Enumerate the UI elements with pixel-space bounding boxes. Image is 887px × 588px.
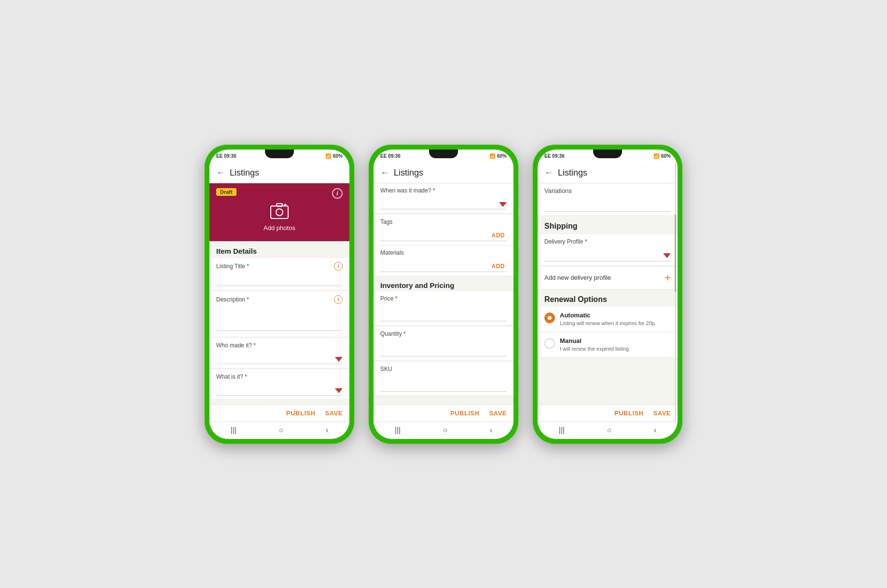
notch-3: [593, 150, 622, 158]
renewal-option-automatic[interactable]: Automatic Listing will renew when it exp…: [538, 307, 678, 332]
variations-label: Variations: [544, 187, 671, 194]
who-made-it-arrow: [335, 357, 343, 362]
notch-2: [429, 150, 458, 158]
tags-add-button[interactable]: ADD: [490, 232, 507, 239]
quantity-input[interactable]: [380, 339, 507, 356]
nav-recents-2[interactable]: |||: [395, 426, 401, 435]
scroll-content-3: Variations Shipping Delivery Profile * A…: [538, 183, 678, 404]
carrier-1: EE 09:36: [216, 153, 236, 159]
battery-row-2: 📶 60%: [489, 153, 507, 159]
shipping-header: Shipping: [538, 216, 678, 233]
phone-1: EE 09:36 📶 60% ← Listings Draft i: [205, 145, 354, 444]
hero-section: Draft i Add photos: [209, 183, 349, 241]
publish-button-2[interactable]: PUBLISH: [450, 410, 480, 417]
nav-home-3[interactable]: ○: [607, 426, 612, 435]
battery-row-3: 📶 60%: [653, 153, 671, 159]
save-button-1[interactable]: SAVE: [325, 410, 343, 417]
radio-manual[interactable]: [544, 338, 555, 349]
price-label: Price *: [380, 295, 397, 302]
materials-label: Materials: [380, 249, 507, 256]
who-made-it-dropdown[interactable]: [216, 351, 343, 364]
automatic-title: Automatic: [560, 312, 655, 319]
nav-recents-3[interactable]: |||: [559, 426, 565, 435]
what-is-it-field: What is it? *: [209, 369, 349, 400]
inventory-section-header: Inventory and Pricing: [374, 276, 513, 291]
materials-input-row: ADD: [380, 258, 507, 272]
who-made-it-field: Who made it? *: [209, 338, 349, 369]
hero-info-button[interactable]: i: [332, 188, 343, 199]
variations-section: Variations: [538, 183, 678, 216]
bottom-bar-2: PUBLISH SAVE: [374, 404, 513, 422]
svg-rect-0: [271, 206, 288, 219]
nav-recents-1[interactable]: |||: [231, 426, 236, 435]
delivery-profile-arrow: [663, 253, 671, 258]
delivery-profile-box: Delivery Profile *: [538, 234, 678, 266]
tags-field: Tags ADD: [374, 215, 513, 246]
phone-2: EE 09:36 📶 60% ← Listings When was it ma…: [369, 145, 518, 444]
wifi-icon-1: 📶: [325, 153, 331, 159]
price-input[interactable]: [380, 304, 507, 321]
renewal-automatic-text: Automatic Listing will renew when it exp…: [560, 312, 655, 327]
renewal-manual-text: Manual I will renew the expired listing: [560, 337, 629, 353]
when-made-field: When was it made? *: [374, 183, 513, 214]
radio-automatic[interactable]: [544, 313, 555, 323]
materials-field: Materials ADD: [374, 246, 513, 276]
sku-input[interactable]: [380, 374, 507, 392]
add-delivery-label: Add new delivery profile: [544, 274, 611, 281]
back-button-3[interactable]: ←: [544, 168, 553, 178]
renewal-option-manual[interactable]: Manual I will renew the expired listing: [538, 332, 678, 358]
delivery-profile-dropdown[interactable]: [544, 248, 671, 261]
materials-input[interactable]: [380, 258, 490, 270]
description-label: Description *: [216, 296, 249, 303]
automatic-desc: Listing will renew when it expires for 2…: [560, 320, 655, 327]
screen-1: ← Listings Draft i: [209, 163, 349, 439]
page-title-1: Listings: [230, 168, 259, 178]
screen-2: ← Listings When was it made? * Tags: [374, 163, 513, 439]
svg-rect-2: [277, 204, 282, 206]
scroll-content-2: When was it made? * Tags ADD Ma: [374, 183, 513, 404]
carrier-2: EE 09:36: [380, 153, 401, 159]
nav-back-1[interactable]: ‹: [326, 426, 328, 435]
sku-field: SKU: [374, 362, 513, 396]
save-button-3[interactable]: SAVE: [653, 410, 671, 417]
add-photos-label[interactable]: Add photos: [263, 224, 295, 232]
what-is-it-arrow: [335, 388, 343, 393]
nav-back-3[interactable]: ‹: [654, 426, 656, 435]
radio-automatic-inner: [548, 316, 552, 320]
nav-back-2[interactable]: ‹: [490, 426, 492, 435]
when-made-label: When was it made? *: [380, 187, 435, 194]
screen-3: ← Listings Variations Shipping Delivery …: [538, 163, 678, 439]
description-input[interactable]: [216, 306, 343, 331]
add-delivery-profile-box[interactable]: Add new delivery profile +: [538, 267, 678, 289]
tags-input[interactable]: [380, 227, 490, 239]
section-item-details: Item Details: [209, 241, 349, 258]
top-bar-2: ← Listings: [374, 163, 513, 183]
delivery-profile-label: Delivery Profile *: [544, 238, 671, 245]
quantity-field: Quantity *: [374, 327, 513, 361]
page-title-3: Listings: [558, 168, 587, 178]
renewal-header: Renewal Options: [538, 289, 678, 307]
when-made-dropdown[interactable]: [380, 196, 507, 209]
nav-home-2[interactable]: ○: [443, 426, 448, 435]
price-field: Price *: [374, 291, 513, 326]
listing-title-input[interactable]: [216, 273, 343, 286]
manual-desc: I will renew the expired listing: [560, 345, 629, 353]
materials-add-button[interactable]: ADD: [490, 263, 507, 270]
publish-button-3[interactable]: PUBLISH: [614, 410, 644, 417]
when-made-arrow: [499, 202, 507, 207]
listing-title-info[interactable]: i: [334, 262, 343, 271]
nav-home-1[interactable]: ○: [279, 426, 284, 435]
status-bar-2: EE 09:36 📶 60%: [374, 150, 513, 163]
add-delivery-plus-icon: +: [665, 273, 671, 283]
variations-input-area[interactable]: [544, 197, 671, 212]
what-is-it-dropdown[interactable]: [216, 382, 343, 396]
battery-row-1: 📶 60%: [325, 153, 343, 159]
save-button-2[interactable]: SAVE: [489, 410, 507, 417]
back-button-1[interactable]: ←: [216, 168, 225, 178]
back-button-2[interactable]: ←: [380, 168, 389, 178]
publish-button-1[interactable]: PUBLISH: [286, 410, 316, 417]
battery-icon-3: 60%: [661, 153, 671, 159]
listing-title-field: Listing Title * i: [209, 258, 349, 290]
description-info[interactable]: i: [334, 295, 343, 304]
nav-bar-2: ||| ○ ‹: [374, 422, 513, 439]
